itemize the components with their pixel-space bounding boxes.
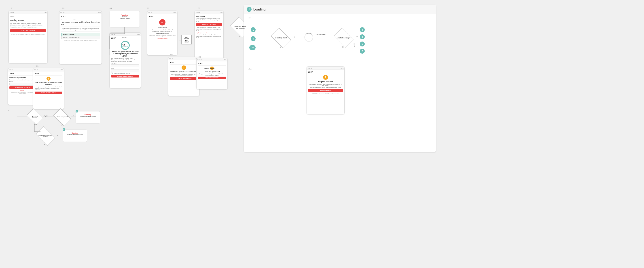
- email-input[interactable]: [111, 69, 139, 72]
- phone-08-header: 9:41 AM100%: [168, 57, 199, 60]
- enter-email-again-btn[interactable]: ENTER MY EMAIL AGAIN: [35, 92, 62, 94]
- signal: ●●●: [44, 12, 46, 13]
- loading-inset-bottom-1: *Loading(Refer to 'Loading' inset): [76, 111, 100, 123]
- loading-num-b2: 6: [62, 128, 65, 131]
- p11-footer: Copyright 2018 Just is a trading name of…: [10, 92, 35, 94]
- conn-06-diam: [224, 27, 231, 27]
- phone-11-header: 9:41 AM100%: [8, 68, 37, 71]
- doesnt-sound-btn[interactable]: DOESN'T SOUND LIKE ME: [61, 36, 100, 39]
- cancel-link[interactable]: Cancel: [10, 90, 35, 91]
- section-06-label: 06: [198, 7, 200, 9]
- lost-title: Looks like you're lost.: [198, 71, 226, 73]
- resend-link[interactable]: Resend my email: [149, 38, 176, 39]
- conn-04-h: [110, 33, 125, 34]
- phone-01-body: JUST. Getting started You will be asked …: [9, 14, 48, 36]
- loading-panel-title: Loading: [253, 7, 266, 11]
- able-y: Y: [356, 36, 358, 38]
- score-circle-04: 4/6 Your Score: [121, 41, 130, 50]
- conn-user-06: [194, 39, 196, 39]
- section-11-label: 11: [36, 65, 38, 67]
- firstname-input[interactable]: [111, 64, 139, 67]
- refresh-page-btn[interactable]: REFRESH PAGE: [308, 89, 343, 92]
- does-url-label: Does URL match that in email?: [234, 26, 247, 29]
- sub22-label: 2.2: [248, 67, 252, 70]
- conn-cookie-with-h: [34, 131, 40, 132]
- is-loading-slow-container: Is loading slow? Y N: [271, 31, 291, 45]
- phone-timeout-body: JUST. ! Request time out This request ta…: [307, 70, 344, 96]
- section-03-label: 03: [62, 7, 64, 9]
- section-08-label: 08: [170, 54, 173, 56]
- email-sent-title: Email sent: [149, 26, 176, 28]
- loading-inset-04-label: *Loading(Refer to'Loading' inset): [111, 12, 138, 21]
- via4-label: Via (4): [122, 36, 126, 38]
- phone-05-header: 9:41 AM100%: [147, 11, 177, 14]
- esys-n-label: N: [62, 124, 63, 126]
- flow-circle-3b: 3: [360, 27, 365, 32]
- email-sys-main-label: Email in system?: [204, 68, 216, 69]
- done-before-icon: !: [182, 65, 186, 70]
- section-10-label: 10: [8, 109, 10, 112]
- phone-04-header: 9:41 AM100%: [110, 33, 141, 36]
- loading-panel-num: 2: [247, 7, 252, 12]
- refresh-results-btn[interactable]: REFRESH MY RESULTS: [10, 86, 35, 89]
- getting-started-title: Getting started: [10, 19, 46, 21]
- phone-08: 9:41 AM100% JUST. ! Looks like you've do…: [168, 57, 200, 96]
- checkbox[interactable]: [111, 73, 113, 74]
- phone-03: 9:41 AM 100% JUST. Answer the statement …: [59, 11, 102, 64]
- just-logo-05: JUST.: [149, 15, 176, 18]
- incorrect-icon: !: [46, 77, 50, 81]
- conn-url-07: [250, 27, 258, 27]
- retrieve-results-btn-08[interactable]: RETRIEVE MY RESULTS: [170, 77, 198, 80]
- phone-08-body: JUST. ! Looks like you've done this befo…: [168, 60, 199, 81]
- email-sys2-diamond-container: Email in system? Y N: [53, 111, 71, 123]
- done-before-title: Looks like you've done this before: [170, 71, 198, 73]
- section-04-label: 04: [110, 7, 112, 9]
- just-logo-12: JUST.: [35, 73, 62, 76]
- just-logo-03: JUST.: [61, 15, 100, 18]
- conn-esys-loading: [71, 117, 76, 117]
- retrieve-09-btn[interactable]: RETRIEVE MY RESULTS: [198, 77, 226, 79]
- email-match-label: Email matches info in cookie?: [38, 134, 53, 138]
- retrieve-email-input[interactable]: [10, 83, 35, 85]
- able-load-container: Able to load page? Y N X: [334, 31, 354, 45]
- status-bar: 9:41 AM: [10, 12, 14, 13]
- flow-circle-10: 10: [249, 45, 256, 50]
- dear-susan: Dear Susan,: [196, 15, 222, 17]
- loading-inset-b1-label: *Loading(Refer to 'Loading' inset): [77, 113, 99, 117]
- timeout-icon: !: [323, 75, 328, 80]
- phone-06: 9:41 AM100% Dear Susan, Lorem ipsum: Ves…: [194, 11, 224, 60]
- unlock-results-btn[interactable]: UNLOCK FULL RESULTS: [111, 75, 139, 77]
- how-much-title: How much you need and how long it needs …: [61, 21, 100, 26]
- p06-body1: Lorem ipsum: Vestibulum fringilla facili…: [196, 18, 222, 22]
- incorrect-title: You've entered an incorrect email addres…: [35, 81, 62, 85]
- statement-text: I understand how much money I need and h…: [61, 26, 100, 32]
- view-full-results-btn[interactable]: VIEW FULL RESULTS: [196, 23, 222, 26]
- loading-spinner: [304, 33, 313, 42]
- p06-link[interactable]: http://my.just.co.uk at: [196, 32, 222, 33]
- phone-09: 9:41 AM100% JUST. ! Looks like you're lo…: [196, 58, 228, 89]
- cookie-diamond-container: Cookie? W/O With: [26, 111, 43, 122]
- just-logo-01: JUST.: [10, 15, 46, 18]
- start-checker-btn[interactable]: START THE CHECKER: [10, 29, 46, 32]
- done-before-body: We can send you a new email with a new l…: [170, 74, 198, 76]
- retrieve-body: Enter your email below to retrieve your …: [10, 79, 35, 82]
- just-logo-11: JUST.: [10, 73, 35, 76]
- phone-06-header: 9:41 AM100%: [195, 11, 224, 14]
- phone-04-body: JUST. 4/6 Your Score It looks like you'r…: [110, 36, 141, 81]
- timeout-footer: © 2018 JUST is a trading name of JUST Fi…: [308, 93, 343, 94]
- x-seconds-label: X seconds later: [316, 33, 326, 35]
- or-label: or: [354, 41, 355, 46]
- conn-04-down: [124, 27, 124, 33]
- just-logo-timeout: JUST.: [308, 71, 343, 74]
- phone-03-header: 9:41 AM 100%: [60, 11, 102, 14]
- loading-num-b1: 5: [76, 110, 78, 113]
- flow-circle-5: 5: [360, 41, 365, 46]
- p03-footer: © 2018 JUST is a trading name of HUB Fin…: [61, 40, 100, 41]
- slow-n: N: [280, 46, 281, 48]
- checkbox-row: I agree to receive emails from Just: [111, 73, 139, 74]
- incorrect-body: Lorem ipsum ut non eget ultrices ultrice…: [35, 86, 62, 91]
- sounds-like-me-btn[interactable]: SOUNDS LIKE ME ✓: [61, 33, 100, 36]
- phone-04-loading: *Loading(Refer to'Loading' inset): [110, 11, 140, 27]
- phone-01: 9:41 AM ●●● JUST. Getting started You wi…: [8, 11, 48, 63]
- phone-timeout-header: 9:41 AM100%: [307, 66, 344, 70]
